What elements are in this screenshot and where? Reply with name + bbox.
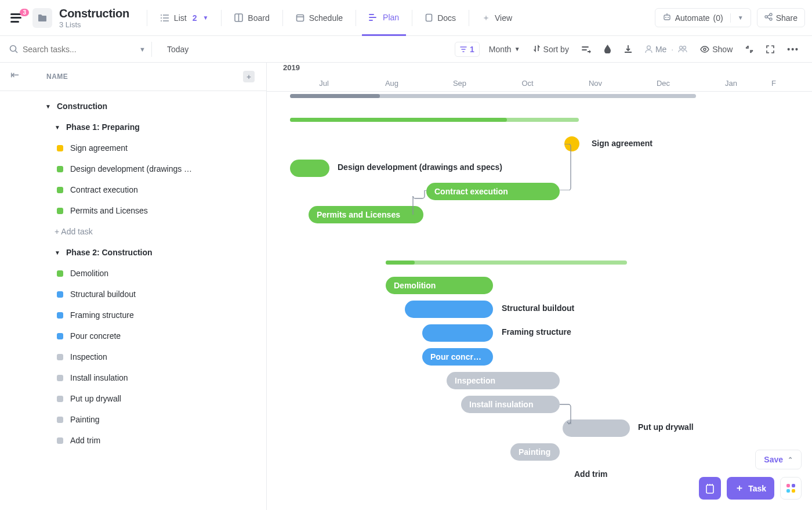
task-permits[interactable]: Permits and Licenses — [0, 200, 266, 221]
task-pour[interactable]: Pour concrete — [0, 325, 266, 346]
automate-label: Automate — [675, 13, 710, 23]
timescale-label: Month — [489, 45, 512, 54]
add-task-phase1[interactable]: + Add task — [0, 221, 266, 242]
calendar-icon — [296, 13, 304, 22]
task-addtrim[interactable]: Add trim — [0, 430, 266, 451]
bar-inspection[interactable]: Inspection — [447, 372, 560, 389]
add-view-label: View — [495, 13, 512, 23]
add-view[interactable]: ＋ View — [475, 0, 519, 36]
task-contract[interactable]: Contract execution — [0, 179, 266, 200]
expand-icon — [766, 45, 774, 53]
tree-phase-2[interactable]: ▼Phase 2: Construction — [0, 242, 266, 263]
fullscreen-button[interactable] — [763, 43, 778, 56]
export-button[interactable] — [621, 42, 636, 56]
share-button[interactable]: Share — [757, 8, 805, 27]
sort-button[interactable]: Sort by — [530, 42, 572, 56]
collapse-button[interactable] — [742, 43, 757, 56]
task-design-dev[interactable]: Design development (drawings … — [0, 158, 266, 179]
summary-phase1[interactable] — [290, 118, 579, 122]
column-header-name: NAME ＋ — [0, 63, 266, 91]
view-board[interactable]: Board — [227, 0, 276, 36]
filter-button[interactable]: 1 — [455, 42, 480, 57]
new-task-button[interactable]: ＋ Task — [727, 477, 774, 500]
bar-framing[interactable] — [422, 324, 493, 342]
bar-insulation[interactable]: Install insulation — [461, 396, 560, 413]
task-painting[interactable]: Painting — [0, 409, 266, 430]
bar-structural[interactable] — [405, 301, 493, 318]
dependency-line — [557, 144, 574, 190]
bar-contract[interactable]: Contract execution — [426, 183, 560, 200]
bar-design-dev[interactable] — [290, 160, 329, 177]
apps-icon — [786, 484, 795, 493]
page-title-block: Construction 3 Lists — [59, 7, 129, 29]
summary-phase2[interactable] — [386, 261, 627, 265]
page-subtitle: 3 Lists — [59, 20, 129, 29]
task-insulation[interactable]: Install insulation — [0, 367, 266, 388]
task-structural[interactable]: Structural buildout — [0, 284, 266, 305]
droplet-icon — [604, 45, 611, 53]
view-plan[interactable]: Plan — [362, 0, 406, 36]
reschedule-icon-button[interactable] — [578, 43, 594, 56]
folder-icon-button[interactable] — [32, 8, 52, 28]
tree-phase-1[interactable]: ▼Phase 1: Preparing — [0, 117, 266, 138]
view-board-label: Board — [248, 13, 269, 23]
show-button[interactable]: Show — [697, 42, 736, 56]
save-label: Save — [764, 455, 783, 464]
svg-rect-18 — [706, 485, 713, 493]
timescale-select[interactable]: Month ▼ — [485, 42, 524, 56]
share-icon — [764, 13, 773, 23]
view-docs[interactable]: Docs — [418, 0, 463, 36]
bar-permits[interactable]: Permits and Licenses — [309, 206, 423, 223]
filter-count: 1 — [470, 45, 474, 54]
view-schedule[interactable]: Schedule — [289, 0, 350, 36]
svg-point-16 — [683, 46, 686, 49]
task-drywall[interactable]: Put up drywall — [0, 388, 266, 409]
add-column-button[interactable]: ＋ — [243, 71, 255, 82]
month-feb: F — [765, 79, 782, 88]
color-icon-button[interactable] — [600, 42, 615, 56]
notepad-button[interactable] — [699, 477, 721, 500]
filter-icon — [460, 46, 467, 53]
tree-group-construction[interactable]: ▼Construction — [0, 96, 266, 117]
more-button[interactable]: ••• — [784, 42, 803, 56]
today-button[interactable]: Today — [158, 45, 188, 54]
search-input[interactable] — [23, 45, 135, 54]
view-tabs: List 2 ▼ Board Schedule Plan — [141, 0, 519, 35]
summary-construction[interactable] — [290, 94, 696, 98]
search-wrap[interactable]: ▼ — [9, 45, 146, 54]
apps-button[interactable] — [780, 477, 802, 500]
robot-icon — [662, 13, 672, 23]
view-schedule-label: Schedule — [309, 13, 343, 23]
view-list-label: List — [174, 13, 187, 23]
automate-button[interactable]: Automate (0) ▼ — [655, 8, 751, 27]
plus-icon: ＋ — [735, 482, 744, 494]
view-list[interactable]: List 2 ▼ — [153, 0, 216, 36]
svg-point-10 — [770, 13, 772, 16]
menu-button[interactable]: 3 — [7, 10, 27, 26]
me-label: Me — [655, 45, 666, 54]
chevron-down-icon: ▼ — [738, 15, 744, 21]
svg-point-7 — [668, 17, 669, 18]
gantt-icon — [369, 13, 378, 21]
eye-icon — [700, 46, 709, 53]
task-inspection[interactable]: Inspection — [0, 346, 266, 367]
svg-rect-5 — [664, 15, 670, 20]
bar-painting[interactable]: Painting — [510, 443, 560, 461]
chevron-down-icon[interactable]: ▼ — [139, 46, 146, 53]
task-framing[interactable]: Framing structure — [0, 305, 266, 325]
bar-demolition[interactable]: Demolition — [386, 277, 493, 294]
gantt-chart[interactable]: 2019 Jul Aug Sep Oct Nov Dec Jan F Sign … — [267, 63, 812, 510]
svg-point-11 — [770, 18, 772, 20]
task-sign-agreement[interactable]: Sign agreement — [0, 138, 266, 158]
label-addtrim: Add trim — [574, 469, 608, 479]
task-demolition[interactable]: Demolition — [0, 263, 266, 284]
save-view-button[interactable]: Save ⌃ — [755, 450, 802, 469]
me-filter[interactable]: Me · — [641, 42, 691, 56]
dependency-line — [412, 190, 429, 216]
svg-point-9 — [765, 16, 767, 18]
person-icon — [645, 45, 652, 53]
chevron-down-icon: ▼ — [202, 15, 208, 21]
svg-rect-2 — [296, 15, 303, 21]
svg-point-14 — [647, 46, 650, 49]
bar-pour[interactable]: Pour concr… — [422, 348, 493, 366]
